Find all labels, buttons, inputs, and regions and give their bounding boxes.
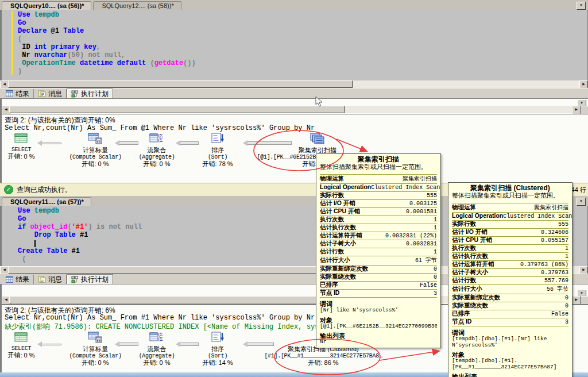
tooltip-row-value: False (420, 282, 437, 288)
split-box[interactable] (581, 296, 588, 305)
code-token: if (18, 223, 26, 231)
tooltip-row: 估计运算符开销0.0032831 (22%) (320, 232, 437, 240)
tooltip-row-value: 1 (434, 225, 437, 231)
tooltip-row-label: 已排序 (320, 282, 338, 288)
code-token (113, 59, 117, 67)
tooltip-row: 物理运算聚集索引扫描 (320, 174, 437, 184)
query-sql-text: Select Nr,count(Nr) As Sum_ From #1 Wher… (5, 314, 327, 322)
tooltip-row-value: 0.003125 (409, 201, 437, 207)
tooltip-row: 节点 ID3 (320, 290, 437, 298)
scroll-right-icon[interactable]: ▶ (572, 296, 581, 305)
file-tab[interactable]: SQLQuery12.... (sa (58))* (93, 1, 181, 10)
tooltip-section-value: N'sysrscolss%' (452, 343, 568, 349)
code-area-1: Use tempdbGoDeclare @1 Table( ID int pri… (18, 11, 585, 80)
code-line: OperationTime datetime default (getdate(… (18, 59, 585, 67)
tooltip-row: 实际重绕次数0 (320, 274, 437, 282)
tooltip-row: 估计行数1 (320, 248, 437, 256)
tooltip-section-heading: 谓词 (320, 301, 437, 307)
code-line: Nr nvarchar(50) not null, (18, 51, 585, 59)
sql-editor-1[interactable]: Use tempdbGoDeclare @1 Table( ID int pri… (0, 10, 588, 80)
tooltip-row-label: 估计 I/O 开销 (320, 200, 355, 207)
tooltip-row-label: Logical Operation (452, 213, 503, 220)
scroll-thumb[interactable] (8, 266, 330, 274)
tooltip-row-label: 已排序 (452, 310, 470, 317)
tooltip-row: 估计执行次数1 (320, 224, 437, 232)
tab-list-dropdown-icon[interactable]: ▼ (577, 2, 586, 10)
tooltip-row-label: 节点 ID (452, 318, 471, 325)
file-tab[interactable]: SQLQuery10.... (sa (56))* (2, 1, 91, 10)
code-token: Go (18, 19, 26, 27)
tooltip-section-heading: 对象 (452, 351, 568, 358)
tooltip-row-label: 实际行数 (320, 192, 344, 199)
operator-label: 开销: 86 % (308, 359, 338, 367)
messages-icon (38, 90, 46, 97)
code-token: Drop Table (34, 231, 76, 239)
tooltip-row: 估计 CPU 开销0.0001581 (320, 208, 437, 216)
tooltip-section-value: [PK__#1________3214EC277E57BA87] (452, 364, 568, 371)
tooltip-row: 估计 CPU 开销0.055157 (452, 237, 568, 245)
operator-label: 开销: 78 % (202, 160, 233, 168)
code-line: Go (18, 19, 585, 27)
tooltip-section-value: [tempdb].[dbo].[#1]. (452, 358, 568, 364)
code-token (30, 207, 34, 215)
tab-label: 消息 (48, 89, 62, 99)
tab-execution-plan[interactable]: 执行计划 (67, 89, 113, 99)
results-tab-bar-1: 结果消息执行计划 (0, 88, 588, 99)
tooltip-row-value: 0.379763 (86%) (520, 261, 568, 268)
code-token: object_id (30, 223, 68, 231)
code-token: Table (63, 27, 84, 35)
tooltip-row: 估计子树大小0.379763 (452, 269, 568, 277)
scroll-thumb[interactable] (9, 296, 331, 303)
tooltip-row: 估计 I/O 开销0.324606 (452, 229, 568, 237)
tooltip-row: 执行次数1 (452, 245, 568, 253)
tab-list-dropdown-icon[interactable]: ▼ (577, 198, 586, 206)
tab-results[interactable]: 结果 (2, 275, 34, 284)
tooltip-row-value: 0 (565, 303, 568, 309)
tooltip-row-label: 估计行数 (452, 277, 476, 284)
query-sql-text: Select Nr,count(Nr) As Sum_ From @1 Wher… (5, 124, 315, 132)
tooltip-row-value: 0.0032831 (406, 241, 437, 247)
scroll-right-icon[interactable]: ▶ (572, 106, 581, 114)
tooltip-row-label: 实际重新绑定次数 (452, 294, 500, 301)
tooltip-row-value: Clustered Index Scan (371, 184, 440, 191)
tooltip-row: 物理运算聚集索引扫描 (452, 203, 568, 213)
tooltip-row-value: Clustered Index Scan (503, 213, 572, 220)
tooltip-row-value: 0 (565, 295, 568, 301)
tooltip-row: 估计执行次数1 (452, 253, 568, 261)
code-token: @1 (47, 27, 63, 35)
tooltip-row-value: 0.0032831 (22%) (385, 233, 437, 239)
file-tab[interactable]: SQLQuery11.... (sa (57))* (2, 197, 91, 206)
tooltip-row-label: 实际重绕次数 (320, 274, 356, 280)
plan-graph-1: SELECT开销: 0 %计算标量(Compute Scalar)开销: 0 %… (2, 132, 588, 183)
operator-label: (Sort) (208, 154, 227, 160)
split-box[interactable] (581, 106, 588, 114)
tab-results[interactable]: 结果 (2, 89, 34, 98)
operator-label: [#1].[PK__#1________3214EC277E57BA8… (264, 353, 382, 359)
tooltip-row-label: 估计子树大小 (452, 269, 488, 276)
code-token: Nr (18, 51, 34, 59)
operator-label: 开销: 14 % (202, 359, 233, 367)
tooltip-row: 估计行大小61 字节 (320, 256, 437, 266)
text-caret (34, 240, 36, 247)
tooltip-row: 节点 ID3 (452, 318, 568, 326)
results-grid-icon (6, 276, 13, 283)
code-token: not null (88, 51, 121, 59)
scroll-thumb[interactable] (9, 106, 345, 113)
execution-plan-icon (71, 90, 79, 98)
tooltip-title: 聚集索引扫描 (320, 155, 437, 163)
tab-label: 结果 (16, 275, 29, 284)
code-line: Use tempdb (18, 11, 585, 19)
tab-messages[interactable]: 消息 (34, 275, 67, 284)
tooltip-row-value: 0.0001581 (406, 209, 437, 215)
tooltip-row-label: 物理运算 (452, 204, 476, 211)
tab-label: 执行计划 (81, 89, 109, 99)
tooltip-row-value: 0 (434, 274, 437, 280)
tooltip-row: 估计行大小56 字节 (452, 285, 568, 294)
tab-execution-plan[interactable]: 执行计划 (67, 274, 113, 284)
tooltip-row-label: 估计行数 (320, 248, 344, 255)
tab-messages[interactable]: 消息 (34, 89, 67, 98)
scroll-thumb[interactable] (8, 80, 353, 88)
code-token (30, 11, 34, 19)
tooltip-row-label: 估计运算符开销 (452, 261, 494, 268)
tooltip-row: 估计子树大小0.0032831 (320, 240, 437, 248)
